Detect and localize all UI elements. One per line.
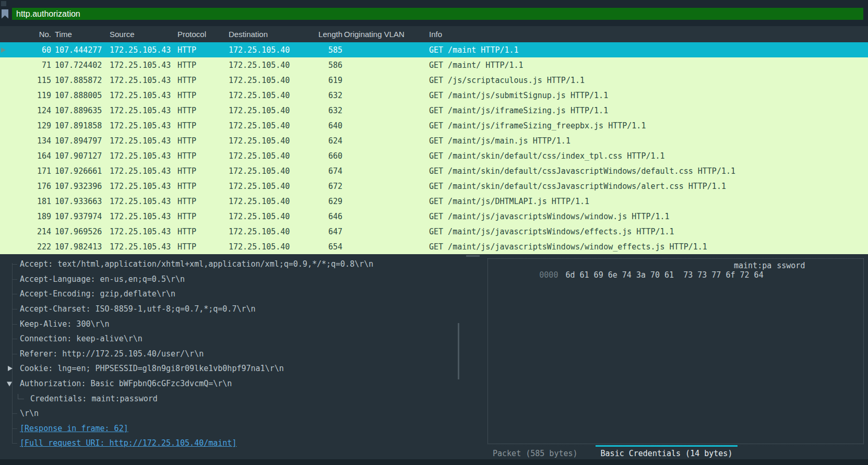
- tab-packet-bytes[interactable]: Packet (585 bytes): [487, 445, 583, 461]
- hex-bytes-group2[interactable]: 73 73 77 6f 72 64: [683, 270, 764, 280]
- packet-destination: 172.25.105.40: [229, 121, 303, 130]
- packet-time: 107.969526: [52, 227, 110, 236]
- packet-no: 71: [0, 61, 52, 70]
- column-header-destination[interactable]: Destination: [229, 30, 303, 39]
- packet-time: 107.982413: [52, 242, 110, 252]
- packet-details-tree: Accept: text/html,application/xhtml+xml,…: [0, 257, 460, 451]
- packet-protocol: HTTP: [177, 106, 229, 115]
- details-line[interactable]: [Response in frame: 62]: [0, 421, 460, 436]
- details-line[interactable]: Accept: text/html,application/xhtml+xml,…: [0, 257, 460, 272]
- packet-source: 172.25.105.43: [110, 197, 177, 206]
- hex-dump-view: 00006d 61 69 6e 74 3a 70 6173 73 77 6f 7…: [487, 258, 864, 444]
- packet-info: GET /maint HTTP/1.1: [427, 45, 868, 55]
- column-header-no[interactable]: No.: [0, 30, 52, 39]
- packet-row[interactable]: 164 107.907127 172.25.105.43 HTTP 172.25…: [0, 148, 868, 163]
- lower-panes: Accept: text/html,application/xhtml+xml,…: [0, 254, 868, 459]
- packet-destination: 172.25.105.40: [229, 212, 303, 221]
- packet-length: 640: [303, 121, 344, 130]
- packet-source: 172.25.105.43: [110, 166, 177, 176]
- details-line[interactable]: Keep-Alive: 300\r\n: [0, 316, 460, 331]
- display-filter-input[interactable]: http.authorization: [12, 8, 863, 20]
- packet-protocol: HTTP: [177, 212, 229, 221]
- packet-source: 172.25.105.43: [110, 76, 177, 85]
- packet-destination: 172.25.105.40: [229, 91, 303, 100]
- expand-arrow-icon[interactable]: [8, 366, 13, 371]
- details-line-text: Authorization: Basic bWFpbnQ6cGFzc3dvcmQ…: [20, 379, 232, 388]
- packet-row[interactable]: 171 107.926661 172.25.105.43 HTTP 172.25…: [0, 163, 868, 178]
- packet-info: GET /maint/js/submitSignup.js HTTP/1.1: [427, 91, 868, 100]
- pane-splitter-handle[interactable]: [466, 255, 480, 257]
- collapse-arrow-icon[interactable]: [7, 381, 12, 386]
- packet-time: 107.926661: [52, 166, 110, 176]
- packet-source: 172.25.105.43: [110, 121, 177, 130]
- column-header-originating-vlan[interactable]: Originating VLAN: [344, 30, 427, 39]
- details-line-text: Keep-Alive: 300\r\n: [20, 319, 110, 329]
- packet-length: 647: [303, 227, 344, 236]
- details-line[interactable]: Accept-Encoding: gzip,deflate\r\n: [0, 287, 460, 302]
- packet-row[interactable]: 181 107.933663 172.25.105.43 HTTP 172.25…: [0, 194, 868, 209]
- packet-row[interactable]: 60 107.444277 172.25.105.43 HTTP 172.25.…: [0, 42, 868, 57]
- packet-info: GET /maint/js/main.js HTTP/1.1: [427, 136, 868, 146]
- packet-no: 60: [0, 45, 52, 55]
- packet-destination: 172.25.105.40: [229, 45, 303, 55]
- packet-row[interactable]: 124 107.889635 172.25.105.43 HTTP 172.25…: [0, 103, 868, 118]
- details-line-text: Referer: http://172.25.105.40/user/\r\n: [20, 349, 204, 359]
- packet-row[interactable]: 189 107.937974 172.25.105.43 HTTP 172.25…: [0, 209, 868, 224]
- packet-row[interactable]: 71 107.724402 172.25.105.43 HTTP 172.25.…: [0, 57, 868, 73]
- details-scrollbar[interactable]: [458, 323, 459, 379]
- packet-list-header: No.TimeSourceProtocolDestinationLengthOr…: [0, 26, 868, 42]
- details-line[interactable]: [Full request URI: http://172.25.105.40/…: [0, 436, 460, 451]
- details-line-text: Connection: keep-alive\r\n: [20, 334, 142, 343]
- packet-time: 107.937974: [52, 212, 110, 221]
- packet-source: 172.25.105.43: [110, 151, 177, 161]
- packet-info: GET /maint/js/iframeSizing.js HTTP/1.1: [427, 106, 868, 115]
- packet-bytes-pane: 00006d 61 69 6e 74 3a 70 6173 73 77 6f 7…: [460, 254, 868, 459]
- packet-no: 176: [0, 182, 52, 191]
- hex-bytes-group1[interactable]: 6d 61 69 6e 74 3a 70 61: [565, 270, 674, 280]
- details-line[interactable]: Accept-Charset: ISO-8859-1,utf-8;q=0.7,*…: [0, 302, 460, 317]
- packet-length: 646: [303, 212, 344, 221]
- hex-dump-row[interactable]: 00006d 61 69 6e 74 3a 70 6173 73 77 6f 7…: [488, 259, 863, 299]
- packet-list: 60 107.444277 172.25.105.43 HTTP 172.25.…: [0, 42, 868, 254]
- packet-destination: 172.25.105.40: [229, 197, 303, 206]
- packet-row[interactable]: 176 107.932396 172.25.105.43 HTTP 172.25…: [0, 178, 868, 194]
- packet-row[interactable]: 119 107.888005 172.25.105.43 HTTP 172.25…: [0, 88, 868, 103]
- packet-destination: 172.25.105.40: [229, 227, 303, 236]
- column-header-time[interactable]: Time: [52, 30, 110, 39]
- app-mini-icon: [1, 1, 6, 6]
- packet-no: 134: [0, 136, 52, 146]
- column-header-protocol[interactable]: Protocol: [177, 30, 229, 39]
- packet-time: 107.932396: [52, 182, 110, 191]
- details-line[interactable]: Accept-Language: en-us,en;q=0.5\r\n: [0, 272, 460, 287]
- packet-no: 181: [0, 197, 52, 206]
- tab-basic-credentials-bytes[interactable]: Basic Credentials (14 bytes): [596, 445, 738, 461]
- details-line[interactable]: Cookie: lng=en; PHPSESSID=gl8n9gi8r09lke…: [0, 361, 460, 376]
- details-line[interactable]: Credentials: maint:password: [0, 391, 460, 406]
- hex-ascii-column[interactable]: maint:password: [734, 261, 805, 270]
- column-header-info[interactable]: Info: [427, 30, 868, 39]
- packet-row[interactable]: 222 107.982413 172.25.105.43 HTTP 172.25…: [0, 239, 868, 254]
- packet-row[interactable]: 134 107.894797 172.25.105.43 HTTP 172.25…: [0, 133, 868, 148]
- packet-protocol: HTTP: [177, 76, 229, 85]
- packet-info: GET /js/scriptaculous.js HTTP/1.1: [427, 76, 868, 85]
- packet-length: 654: [303, 242, 344, 252]
- details-line[interactable]: Authorization: Basic bWFpbnQ6cGFzc3dvcmQ…: [0, 376, 460, 391]
- packet-info: GET /maint/skin/default/cssJavascriptWin…: [427, 166, 868, 176]
- packet-row[interactable]: 115 107.885872 172.25.105.43 HTTP 172.25…: [0, 73, 868, 88]
- details-line[interactable]: Referer: http://172.25.105.40/user/\r\n: [0, 347, 460, 362]
- packet-row[interactable]: 129 107.891858 172.25.105.43 HTTP 172.25…: [0, 118, 868, 133]
- details-line[interactable]: Connection: keep-alive\r\n: [0, 331, 460, 347]
- packet-info: GET /maint/skin/default/css/index_tpl.cs…: [427, 151, 868, 161]
- packet-protocol: HTTP: [177, 182, 229, 191]
- bytes-view-tabs: Packet (585 bytes)Basic Credentials (14 …: [487, 445, 738, 461]
- column-header-length[interactable]: Length: [303, 30, 344, 39]
- details-line[interactable]: \r\n: [0, 406, 460, 421]
- packet-info: GET /maint/js/javascriptsWindows/window_…: [427, 242, 868, 252]
- packet-time: 107.444277: [52, 45, 110, 55]
- filter-bookmark-icon[interactable]: [2, 9, 8, 19]
- column-header-source[interactable]: Source: [110, 30, 177, 39]
- packet-row[interactable]: 214 107.969526 172.25.105.43 HTTP 172.25…: [0, 224, 868, 239]
- packet-no: 129: [0, 121, 52, 130]
- packet-source: 172.25.105.43: [110, 227, 177, 236]
- details-line-text: [Response in frame: 62]: [20, 424, 128, 433]
